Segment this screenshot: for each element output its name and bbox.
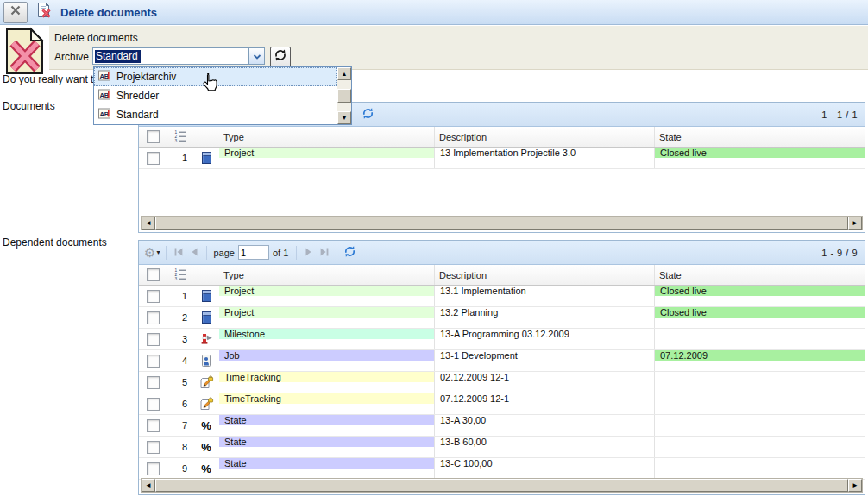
scrollbar-thumb[interactable] bbox=[155, 217, 848, 230]
row-number: 1 bbox=[167, 148, 193, 168]
type-cell[interactable]: TimeTracking bbox=[219, 393, 435, 414]
type-column-header[interactable]: Type bbox=[219, 265, 435, 285]
icon-column-header[interactable] bbox=[193, 127, 219, 147]
row-number: 8 bbox=[167, 437, 193, 457]
page-number-input[interactable] bbox=[238, 245, 269, 260]
description-cell[interactable]: 13-C 100,00 bbox=[435, 458, 655, 479]
type-column-header[interactable]: Type bbox=[219, 127, 435, 147]
archive-refresh-button[interactable] bbox=[270, 47, 291, 67]
caret-down-icon: ▾ bbox=[156, 248, 160, 256]
row-number: 3 bbox=[167, 329, 193, 349]
close-button[interactable] bbox=[3, 2, 28, 23]
previous-page-button[interactable] bbox=[186, 244, 202, 261]
form-panel: Delete documents Archive Standard bbox=[49, 26, 868, 70]
scroll-left-icon[interactable]: ◄ bbox=[142, 479, 155, 492]
dependent-horizontal-scrollbar[interactable]: ◄ ► bbox=[141, 478, 863, 493]
dropdown-item[interactable]: ABStandard bbox=[94, 105, 337, 124]
table-row: 5TimeTracking02.12.2009 12-1 bbox=[139, 372, 865, 393]
row-checkbox[interactable] bbox=[139, 350, 167, 371]
project-icon bbox=[193, 307, 219, 328]
refresh-button[interactable] bbox=[360, 106, 375, 123]
row-checkbox[interactable] bbox=[139, 148, 167, 168]
icon-column-header[interactable] bbox=[193, 265, 219, 285]
select-all-checkbox[interactable] bbox=[139, 265, 167, 285]
state-cell: 07.12.2009 bbox=[655, 350, 865, 371]
description-cell[interactable]: 13-1 Development bbox=[435, 350, 655, 371]
combobox-dropdown-button[interactable] bbox=[248, 48, 264, 64]
description-cell[interactable]: 13.2 Planning bbox=[435, 307, 655, 328]
select-all-checkbox[interactable] bbox=[139, 127, 167, 147]
row-number-column-header[interactable]: 123 bbox=[167, 265, 193, 285]
archive-combobox[interactable]: Standard bbox=[92, 47, 265, 65]
row-checkbox[interactable] bbox=[139, 286, 167, 306]
description-cell[interactable]: 13 Implementation Projectile 3.0 bbox=[435, 148, 655, 168]
description-cell[interactable]: 13-B 60,00 bbox=[435, 437, 655, 457]
row-checkbox[interactable] bbox=[139, 437, 167, 457]
state-column-header[interactable]: State bbox=[655, 127, 865, 147]
state-percent-icon: % bbox=[193, 458, 219, 479]
state-cell bbox=[655, 415, 865, 436]
row-checkbox[interactable] bbox=[139, 393, 167, 414]
type-cell[interactable]: State bbox=[219, 415, 435, 436]
table-row: 3Milestone13-A Programming 03.12.2009 bbox=[139, 329, 865, 350]
row-number: 2 bbox=[167, 307, 193, 328]
row-checkbox[interactable] bbox=[139, 415, 167, 436]
description-cell[interactable]: 07.12.2009 12-1 bbox=[435, 393, 655, 414]
description-cell[interactable]: 13-A 30,00 bbox=[435, 415, 655, 436]
next-page-button[interactable] bbox=[301, 244, 317, 261]
type-cell[interactable]: Milestone bbox=[219, 329, 435, 349]
gear-icon: ⚙ bbox=[144, 246, 155, 259]
documents-rows: 1Project13 Implementation Projectile 3.0… bbox=[139, 148, 865, 169]
scroll-right-icon[interactable]: ► bbox=[848, 479, 862, 492]
settings-menu-button[interactable]: ⚙▾ bbox=[144, 246, 160, 259]
description-cell[interactable]: 02.12.2009 12-1 bbox=[435, 372, 655, 393]
state-column-header[interactable]: State bbox=[655, 265, 865, 285]
scroll-up-icon[interactable]: ▲ bbox=[337, 67, 351, 80]
timetracking-icon bbox=[193, 372, 219, 393]
dropdown-scrollbar[interactable]: ▲ ▼ bbox=[337, 67, 351, 124]
dependent-documents-grid-panel: ⚙▾ page of 1 1 - 9 / 9 123 Type Descript… bbox=[138, 240, 865, 495]
scroll-down-icon[interactable]: ▼ bbox=[337, 111, 351, 124]
job-icon bbox=[193, 350, 219, 371]
window-titlebar: Delete documents bbox=[0, 0, 868, 25]
archive-label: Archive bbox=[54, 51, 89, 63]
last-page-button[interactable] bbox=[317, 244, 332, 261]
type-cell[interactable]: Job bbox=[219, 350, 435, 371]
row-checkbox[interactable] bbox=[139, 329, 167, 349]
scroll-left-icon[interactable]: ◄ bbox=[142, 217, 155, 230]
description-cell[interactable]: 13-A Programming 03.12.2009 bbox=[435, 329, 655, 349]
description-column-header[interactable]: Description bbox=[435, 265, 655, 285]
row-number-column-header[interactable]: 123 bbox=[167, 127, 193, 147]
description-cell[interactable]: 13.1 Implementation bbox=[435, 286, 655, 306]
row-checkbox[interactable] bbox=[139, 372, 167, 393]
state-percent-icon: % bbox=[193, 437, 219, 457]
scrollbar-thumb[interactable] bbox=[155, 479, 848, 492]
type-cell[interactable]: Project bbox=[219, 307, 435, 328]
type-cell[interactable]: Project bbox=[219, 148, 435, 168]
first-page-button[interactable] bbox=[171, 244, 186, 261]
refresh-button[interactable] bbox=[342, 244, 357, 261]
type-cell[interactable]: TimeTracking bbox=[219, 372, 435, 393]
documents-horizontal-scrollbar[interactable]: ◄ ► bbox=[141, 216, 863, 230]
row-checkbox[interactable] bbox=[139, 307, 167, 328]
dependent-documents-toolbar: ⚙▾ page of 1 1 - 9 / 9 bbox=[139, 241, 865, 265]
table-row: 9%State13-C 100,00 bbox=[139, 458, 865, 480]
scrollbar-thumb[interactable] bbox=[337, 89, 351, 103]
scroll-right-icon[interactable]: ► bbox=[848, 217, 862, 230]
table-row: 4Job13-1 Development07.12.2009 bbox=[139, 350, 865, 372]
row-number: 7 bbox=[167, 415, 193, 436]
hand-cursor bbox=[201, 72, 218, 97]
state-cell bbox=[655, 393, 865, 414]
table-row: 6TimeTracking07.12.2009 12-1 bbox=[139, 393, 865, 415]
type-cell[interactable]: State bbox=[219, 437, 435, 457]
type-cell[interactable]: State bbox=[219, 458, 435, 479]
dependent-record-count: 1 - 9 / 9 bbox=[821, 248, 865, 258]
page-of-label: of 1 bbox=[273, 248, 288, 258]
milestone-icon bbox=[193, 329, 219, 349]
description-column-header[interactable]: Description bbox=[435, 127, 655, 147]
documents-record-count: 1 - 1 / 1 bbox=[821, 110, 865, 120]
type-cell[interactable]: Project bbox=[219, 286, 435, 306]
table-row: 2Project13.2 PlanningClosed live bbox=[139, 307, 865, 329]
documents-grid-header: 123 Type Description State bbox=[139, 127, 865, 148]
row-checkbox[interactable] bbox=[139, 458, 167, 479]
